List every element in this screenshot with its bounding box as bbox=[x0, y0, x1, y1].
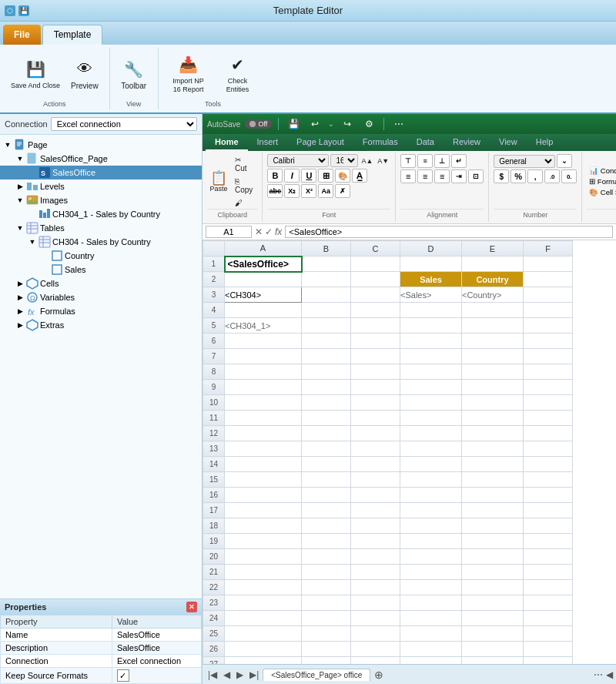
cell-reference-input[interactable] bbox=[206, 226, 252, 238]
cell-c4[interactable] bbox=[351, 303, 400, 318]
format-painter-button[interactable]: 🖌 bbox=[231, 197, 257, 209]
cell-b5[interactable] bbox=[302, 318, 351, 334]
tree-item-ch304[interactable]: ▼ CH304 - Sales by Country bbox=[0, 235, 202, 249]
save-icon-title[interactable]: 💾 bbox=[18, 5, 29, 16]
cell-d2[interactable]: Sales bbox=[400, 272, 462, 287]
cell-e4[interactable] bbox=[462, 303, 524, 318]
keep-source-formats-checkbox[interactable]: ✓ bbox=[117, 669, 129, 682]
sheet-ellipsis[interactable]: ⋯ bbox=[594, 669, 603, 680]
merge-btn[interactable]: ⊡ bbox=[468, 169, 484, 183]
excel-tab-insert[interactable]: Insert bbox=[248, 134, 288, 151]
mid-align-btn[interactable]: ≡ bbox=[417, 154, 433, 168]
strikethrough-btn[interactable]: abc bbox=[267, 184, 283, 198]
expand-formulas[interactable]: ▶ bbox=[15, 307, 25, 315]
tree-item-salesoffice[interactable]: S SalesOffice bbox=[0, 166, 202, 179]
tree-item-country[interactable]: Country bbox=[0, 249, 202, 263]
sheet-nav-last[interactable]: ▶| bbox=[247, 669, 261, 680]
excel-tab-pagelayout[interactable]: Page Layout bbox=[287, 134, 353, 151]
col-header-e[interactable]: E bbox=[462, 241, 524, 256]
tree-item-levels[interactable]: ▶ Levels bbox=[0, 179, 202, 193]
percent-btn[interactable]: % bbox=[511, 169, 526, 183]
tree-item-sales[interactable]: Sales bbox=[0, 263, 202, 277]
wrap-btn[interactable]: ↵ bbox=[451, 154, 467, 168]
dec-increase-btn[interactable]: .0 bbox=[544, 169, 560, 183]
check-button[interactable]: ✔ Check Entities bbox=[214, 49, 262, 97]
cell-b3[interactable] bbox=[302, 287, 351, 303]
formula-fx-icon[interactable]: fx bbox=[275, 226, 282, 237]
italic-button[interactable]: I bbox=[284, 169, 300, 183]
sup-btn[interactable]: X² bbox=[301, 184, 316, 198]
excel-tab-review[interactable]: Review bbox=[444, 134, 490, 151]
increase-font-btn[interactable]: A▲ bbox=[360, 156, 374, 166]
tree-item-formulas[interactable]: ▶ fx Formulas bbox=[0, 304, 202, 318]
sheet-scroll-left[interactable]: ◀ bbox=[606, 669, 613, 680]
formula-check-icon[interactable]: ✓ bbox=[265, 226, 273, 237]
number-format-select[interactable]: General bbox=[494, 155, 555, 168]
center-align-btn[interactable]: ≡ bbox=[417, 169, 433, 183]
tree-item-tables[interactable]: ▼ Tables bbox=[0, 221, 202, 235]
formula-input[interactable] bbox=[285, 226, 613, 238]
cell-c1[interactable] bbox=[351, 256, 400, 272]
sheet-nav-first[interactable]: |◀ bbox=[206, 669, 219, 680]
clear-btn[interactable]: ✗ bbox=[335, 184, 350, 198]
cell-b2[interactable] bbox=[302, 272, 351, 287]
save-toolbar-btn[interactable]: 💾 bbox=[285, 116, 302, 132]
decrease-font-btn[interactable]: A▼ bbox=[376, 156, 390, 166]
prop-ksf-value[interactable]: ✓ bbox=[112, 668, 201, 684]
left-align-btn[interactable]: ≡ bbox=[400, 169, 416, 183]
expand-variables[interactable]: ▶ bbox=[15, 293, 25, 301]
case-btn[interactable]: Aa bbox=[318, 184, 333, 198]
dec-decrease-btn[interactable]: 0. bbox=[561, 169, 577, 183]
format-as-table-button[interactable]: ⊞ Format as Table ▾ bbox=[587, 176, 616, 186]
cell-d1[interactable] bbox=[400, 256, 462, 272]
sheet-nav-prev[interactable]: ◀ bbox=[221, 669, 233, 680]
cell-a5[interactable]: <CH304_1> bbox=[225, 318, 302, 334]
comma-btn[interactable]: , bbox=[527, 169, 543, 183]
conditional-format-button[interactable]: 📊 Conditional Form bbox=[587, 166, 616, 176]
cell-a2[interactable] bbox=[225, 272, 302, 287]
cell-e1[interactable] bbox=[462, 256, 524, 272]
bold-button[interactable]: B bbox=[267, 169, 283, 183]
cell-d5[interactable] bbox=[400, 318, 462, 334]
formula-cross-icon[interactable]: ✕ bbox=[255, 226, 263, 237]
cell-c5[interactable] bbox=[351, 318, 400, 334]
tree-item-page[interactable]: ▼ Page bbox=[0, 138, 202, 152]
cell-e2[interactable]: Country bbox=[462, 272, 524, 287]
cell-d4[interactable] bbox=[400, 303, 462, 318]
spreadsheet-container[interactable]: A B C D E F 1 <SalesOffice> bbox=[203, 240, 616, 664]
sub-btn[interactable]: X₂ bbox=[284, 184, 300, 198]
expand-extras[interactable]: ▶ bbox=[15, 321, 25, 329]
tree-item-salesoffice-page[interactable]: ▼ SalesOffice_Page bbox=[0, 152, 202, 166]
underline-button[interactable]: U bbox=[301, 169, 316, 183]
tree-item-variables[interactable]: ▶ Ω Variables bbox=[0, 290, 202, 304]
preview-button[interactable]: 👁 Preview bbox=[66, 54, 103, 93]
excel-tab-home[interactable]: Home bbox=[206, 134, 248, 151]
tree-item-images[interactable]: ▼ Images bbox=[0, 193, 202, 207]
toolbar-button[interactable]: 🔧 Toolbar bbox=[116, 54, 152, 93]
font-color-button[interactable]: A̲ bbox=[352, 169, 367, 183]
connection-select[interactable]: Excel connection bbox=[51, 117, 197, 131]
currency-btn[interactable]: $ bbox=[494, 169, 509, 183]
tab-file[interactable]: File bbox=[3, 25, 41, 45]
number-expand-btn[interactable]: ⌄ bbox=[557, 154, 572, 168]
redo-btn[interactable]: ↪ bbox=[339, 116, 356, 132]
bot-align-btn[interactable]: ⊥ bbox=[434, 154, 450, 168]
tree-item-extras[interactable]: ▶ Extras bbox=[0, 318, 202, 332]
save-and-close-button[interactable]: 💾 Save And Close bbox=[6, 54, 65, 93]
indent-btn[interactable]: ⇥ bbox=[451, 169, 467, 183]
cell-d3[interactable]: <Sales> bbox=[400, 287, 462, 303]
font-size-select[interactable]: 16 bbox=[330, 154, 358, 167]
expand-levels[interactable]: ▶ bbox=[15, 183, 25, 190]
expand-page[interactable]: ▼ bbox=[3, 141, 12, 149]
cell-a1[interactable]: <SalesOffice> bbox=[225, 256, 302, 272]
more2-btn[interactable]: ⋯ bbox=[390, 116, 407, 132]
sheet-nav-next[interactable]: ▶ bbox=[234, 669, 246, 680]
cell-e3[interactable]: <Country> bbox=[462, 287, 524, 303]
tree-item-ch304-1[interactable]: CH304_1 - Sales by Country bbox=[0, 207, 202, 221]
col-header-c[interactable]: C bbox=[351, 241, 400, 256]
excel-tab-view[interactable]: View bbox=[490, 134, 527, 151]
font-name-select[interactable]: Calibri bbox=[267, 154, 329, 167]
top-align-btn[interactable]: ⊤ bbox=[400, 154, 416, 168]
right-align-btn[interactable]: ≡ bbox=[434, 169, 450, 183]
cell-f3[interactable] bbox=[524, 287, 573, 303]
